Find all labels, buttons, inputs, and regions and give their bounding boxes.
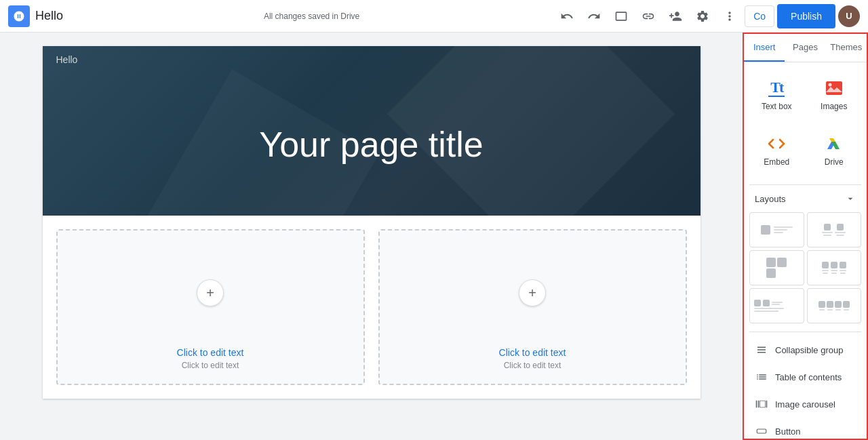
drive-label: Drive <box>825 157 844 167</box>
panel-tabs: Insert Pages Themes <box>744 34 867 62</box>
svg-point-3 <box>828 83 831 87</box>
collapsible-group-icon <box>755 343 768 357</box>
publish-button[interactable]: Publish <box>777 4 835 28</box>
undo-button[interactable] <box>555 4 579 28</box>
add-collaborator-button[interactable] <box>663 4 688 28</box>
co-button[interactable]: Co <box>745 5 774 27</box>
layouts-grid <box>749 209 861 326</box>
link-button[interactable] <box>636 4 660 28</box>
table-of-contents-icon <box>755 370 768 384</box>
topbar: Hello All changes saved in Drive Co Publ… <box>0 0 868 33</box>
insert-text-box[interactable]: Tt Text box <box>749 71 804 118</box>
content-block-1[interactable]: + Click to edit text Click to edit text <box>56 229 365 385</box>
layouts-label: Layouts <box>755 194 786 204</box>
settings-button[interactable] <box>690 4 715 28</box>
layout-thumb-5[interactable] <box>749 288 804 323</box>
main-layout: Hello Your page title + Click to edit te… <box>0 33 868 440</box>
app-logo <box>8 5 30 27</box>
divider-2 <box>749 332 861 332</box>
insert-top-grid: Tt Text box Ima <box>749 71 861 118</box>
image-carousel-label: Image carousel <box>775 399 835 409</box>
text-box-icon: Tt <box>766 77 787 99</box>
insert-panel: Tt Text box Ima <box>744 62 867 440</box>
preview-button[interactable] <box>609 4 633 28</box>
svg-marker-6 <box>829 138 835 142</box>
layouts-header[interactable]: Layouts <box>749 191 861 207</box>
edit-text-label-2[interactable]: Click to edit text <box>499 347 566 358</box>
layout-thumb-4[interactable] <box>807 250 862 285</box>
insert-button[interactable]: Button <box>749 419 861 440</box>
insert-collapsible-group[interactable]: Collapsible group <box>749 338 861 362</box>
redo-button[interactable] <box>582 4 606 28</box>
table-of-contents-label: Table of contents <box>775 372 842 382</box>
svg-rect-7 <box>757 429 766 433</box>
divider-1 <box>749 184 861 185</box>
tab-themes[interactable]: Themes <box>826 34 867 62</box>
insert-image-carousel[interactable]: Image carousel <box>749 392 861 416</box>
content-block-2[interactable]: + Click to edit text Click to edit text <box>378 229 687 385</box>
canvas-area: Hello Your page title + Click to edit te… <box>0 33 743 440</box>
edit-text-sub-1: Click to edit text <box>182 361 239 370</box>
tab-insert[interactable]: Insert <box>744 34 785 62</box>
images-icon <box>823 77 845 99</box>
insert-bottom-grid: Embed Drive <box>749 126 861 174</box>
embed-icon <box>766 133 787 155</box>
layout-thumb-3[interactable] <box>749 250 804 285</box>
hero-section[interactable]: Hello Your page title <box>43 46 701 216</box>
edit-text-sub-2: Click to edit text <box>504 361 561 370</box>
add-content-button-2[interactable]: + <box>519 279 546 306</box>
hero-site-name: Hello <box>43 46 701 73</box>
save-status: All changes saved in Drive <box>74 12 549 21</box>
content-grid: + Click to edit text Click to edit text … <box>43 216 701 399</box>
more-options-button[interactable] <box>717 4 742 28</box>
insert-embed[interactable]: Embed <box>749 126 804 174</box>
tab-pages[interactable]: Pages <box>785 34 825 62</box>
edit-text-label-1[interactable]: Click to edit text <box>177 347 244 358</box>
svg-rect-0 <box>826 81 842 95</box>
avatar[interactable]: U <box>838 5 860 27</box>
image-carousel-icon <box>755 397 768 411</box>
button-insert-icon <box>755 424 768 438</box>
collapsible-group-label: Collapsible group <box>775 345 843 355</box>
right-panel: Insert Pages Themes Tt Text box <box>743 33 868 440</box>
page-title-topbar: Hello <box>35 9 63 23</box>
insert-images[interactable]: Images <box>807 71 862 118</box>
page-container: Hello Your page title + Click to edit te… <box>43 46 701 399</box>
insert-table-of-contents[interactable]: Table of contents <box>749 365 861 389</box>
drive-icon <box>823 133 845 155</box>
insert-drive[interactable]: Drive <box>807 126 862 174</box>
layout-thumb-6[interactable] <box>807 288 862 323</box>
images-label: Images <box>821 102 847 111</box>
text-box-label: Text box <box>762 102 792 111</box>
button-label: Button <box>775 426 801 437</box>
layout-thumb-2[interactable] <box>807 212 862 247</box>
add-content-button-1[interactable]: + <box>197 279 224 306</box>
embed-label: Embed <box>764 157 789 167</box>
hero-page-title[interactable]: Your page title <box>43 73 701 216</box>
topbar-actions: Co Publish U <box>555 4 860 28</box>
layout-thumb-1[interactable] <box>749 212 804 247</box>
